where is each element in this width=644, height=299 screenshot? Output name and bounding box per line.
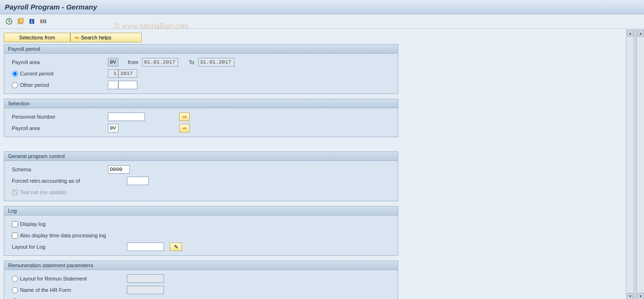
hr-form-radio[interactable] <box>12 287 18 293</box>
log-group: Log Display log Also display time data p… <box>4 206 398 256</box>
personnel-number-label: Personnel Number <box>8 114 108 120</box>
personnel-number-input[interactable] <box>108 112 145 121</box>
layout-remun-label: Layout for Remun.Statement <box>20 276 87 281</box>
selection-payroll-area-label: Payroll area <box>8 125 108 131</box>
scroll-down-icon[interactable]: ▼ <box>637 293 644 299</box>
schema-input[interactable] <box>108 165 130 174</box>
scroll-up-icon[interactable]: ▲ <box>627 30 634 37</box>
layout-log-input[interactable] <box>127 243 164 251</box>
display-log-label: Display log <box>20 221 46 227</box>
abap-icon[interactable] <box>39 17 48 26</box>
test-run-checkbox <box>12 189 18 196</box>
arrow-right-icon: ⇨ <box>183 125 187 131</box>
outer-vertical-scrollbar[interactable]: ▲ ▼ <box>636 29 644 299</box>
scroll-up-icon[interactable]: ▲ <box>637 30 644 37</box>
to-date-input <box>198 58 234 66</box>
test-run-label: Test run (no update) <box>20 189 67 195</box>
payroll-period-group: Payroll period Payroll area from To Curr… <box>4 44 398 94</box>
vertical-scrollbar[interactable]: ▲ ▼ <box>626 29 634 299</box>
other-period-year[interactable] <box>118 81 137 89</box>
pencil-icon: ✎ <box>174 244 178 250</box>
selections-from-button[interactable]: Selections from <box>4 33 70 42</box>
info-icon[interactable]: i <box>28 17 36 26</box>
current-period-radio[interactable] <box>12 71 18 77</box>
window-title: Payroll Program - Germany <box>0 0 644 14</box>
general-program-header: General program control <box>4 152 398 161</box>
app-toolbar: i <box>0 14 644 29</box>
svg-rect-2 <box>19 19 23 23</box>
payroll-area-label: Payroll area <box>8 59 108 65</box>
execute-icon[interactable] <box>5 17 13 26</box>
svg-rect-6 <box>43 19 44 23</box>
schema-label: Schema <box>8 167 108 172</box>
selection-payroll-area-input[interactable] <box>108 124 118 132</box>
selection-group: Selection Personnel Number ⇨ Payroll are… <box>4 99 398 137</box>
scroll-down-icon[interactable]: ▼ <box>627 293 634 299</box>
arrow-right-icon: ⇨ <box>183 114 187 120</box>
svg-text:i: i <box>31 19 33 24</box>
time-data-log-checkbox[interactable] <box>12 233 18 239</box>
other-period-radio[interactable] <box>12 82 18 88</box>
layout-remun-radio[interactable] <box>12 276 18 282</box>
general-program-group: General program control Schema Forced re… <box>4 151 398 201</box>
layout-remun-input <box>127 274 164 283</box>
current-period-label: Current period <box>20 71 53 76</box>
time-data-log-label: Also display time data processing log <box>20 233 106 238</box>
from-date-input <box>142 58 178 66</box>
to-label: To <box>189 59 194 65</box>
remuneration-group: Remuneration statement parameters Layout… <box>4 261 398 299</box>
layout-log-edit-button[interactable]: ✎ <box>170 243 182 251</box>
from-label: from <box>128 59 138 65</box>
svg-rect-7 <box>45 19 46 23</box>
arrow-right-icon: ⇨ <box>75 35 79 41</box>
display-log-checkbox[interactable] <box>12 221 18 227</box>
payroll-area-multiselect-button[interactable]: ⇨ <box>179 124 190 132</box>
payroll-area-input[interactable] <box>108 58 118 66</box>
main-content: Selections from ⇨ Search helps Payroll p… <box>0 29 626 299</box>
current-period-year <box>118 69 137 78</box>
payroll-period-header: Payroll period <box>4 45 398 54</box>
retro-label: Forced retro.accounting as of <box>8 178 127 184</box>
current-period-num <box>108 69 118 78</box>
svg-rect-5 <box>40 19 42 23</box>
personnel-multiselect-button[interactable]: ⇨ <box>179 112 190 121</box>
hr-form-label: Name of the HR Form <box>20 287 71 293</box>
other-period-num[interactable] <box>108 81 118 89</box>
other-period-label: Other period <box>20 82 49 88</box>
search-helps-button[interactable]: ⇨ Search helps <box>70 33 142 42</box>
hr-form-input <box>127 286 164 294</box>
log-header: Log <box>4 206 398 215</box>
variant-icon[interactable] <box>16 17 25 26</box>
remuneration-header: Remuneration statement parameters <box>4 261 398 270</box>
layout-log-label: Layout for Log <box>8 244 127 250</box>
retro-input[interactable] <box>127 177 149 185</box>
selection-header: Selection <box>4 99 398 108</box>
search-helps-label: Search helps <box>81 35 111 40</box>
